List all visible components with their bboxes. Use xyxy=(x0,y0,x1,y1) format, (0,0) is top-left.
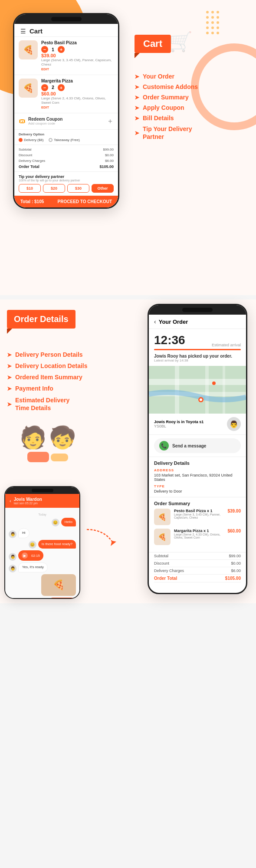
status-text: Jowis Rooy has picked up your order. xyxy=(154,354,241,358)
delivery-phone-mockup: ‹ Your Order 12:36 Estimated arrival Jow… xyxy=(148,304,247,594)
menu-item-apply-coupon[interactable]: ➤ Apply Coupon xyxy=(135,104,247,111)
delivery-charges-val: $6.00 xyxy=(105,159,114,163)
cart-screen-title: Cart xyxy=(30,27,43,35)
delivery-radio[interactable]: Delivery ($8) xyxy=(19,138,43,142)
svg-rect-18 xyxy=(175,366,179,414)
menu-label-1: Your Order xyxy=(143,73,174,80)
order-item2-desc: Large (Serve 2, 4.33 CM), Onions, Olives… xyxy=(174,533,224,539)
item1-details: Pesto Basil Pizza − 1 + $39.00 Large (Se… xyxy=(41,40,114,71)
svg-point-12 xyxy=(206,32,209,34)
redeem-add-icon[interactable]: ＋ xyxy=(107,117,114,126)
svg-point-9 xyxy=(206,26,209,29)
cart-info-panel: Cart 🛒 ➤ Your Order ➤ Customise Addons ➤… xyxy=(135,35,247,144)
order-item1-name: Pesto Basil Pizza x 1 xyxy=(174,509,224,513)
item2-plus-btn[interactable]: + xyxy=(58,84,65,91)
menu-item-your-order[interactable]: ➤ Your Order xyxy=(135,73,247,80)
svg-rect-16 xyxy=(149,379,246,385)
svg-point-5 xyxy=(217,16,219,19)
address-label: ADDRESS xyxy=(154,468,241,472)
item2-edit-btn[interactable]: EDIT xyxy=(41,105,114,109)
avatar-self: 😊 xyxy=(52,519,59,526)
section-order-details: Order Details ➤ Delivery Person Details … xyxy=(0,299,256,603)
bill-total-row: Order Total $105.00 xyxy=(19,164,114,170)
order-item1-price: $39.00 xyxy=(227,509,241,525)
svg-rect-20 xyxy=(223,366,225,414)
svg-point-10 xyxy=(211,26,214,29)
send-message-btn[interactable]: 📞 Send a message xyxy=(154,438,241,453)
takeaway-radio[interactable]: Takeaway (Free) xyxy=(49,138,80,142)
checkout-bar[interactable]: Total : $105 PROCEED TO CHECKOUT xyxy=(14,196,118,207)
dp-bottom-spacer xyxy=(149,586,246,593)
cart-header: ☰ Cart xyxy=(14,24,118,37)
chat-body: Today Hello 😊 👨 Hi Is there food ready? … xyxy=(5,508,79,599)
dp-total-val: $105.00 xyxy=(225,576,241,581)
item1-minus-btn[interactable]: − xyxy=(41,46,48,53)
dp-discount-val: $0.00 xyxy=(231,561,241,566)
order-item2-name: Margarita Pizza x 1 xyxy=(174,529,224,533)
menu-item-tip-delivery[interactable]: ➤ Tip Your DeliveryPartner xyxy=(135,125,247,141)
chat-msg-food-ready: Is there food ready? 😊 xyxy=(9,540,76,549)
arrow-icon-3: ➤ xyxy=(135,94,139,101)
section-cart: ☰ Cart 🍕 Pesto Basil Pizza − 1 + $39.00 … xyxy=(0,0,256,295)
dp-subtotal-label: Subtotal xyxy=(154,554,168,558)
order-label-4: Payment Info xyxy=(15,385,53,392)
tip-btn-10[interactable]: $10 xyxy=(19,184,41,193)
svg-point-2 xyxy=(217,11,219,13)
menu-item-customise[interactable]: ➤ Customise Addons xyxy=(135,83,247,90)
driver-name: Jowis Rooy is in Toyota s1 xyxy=(154,420,223,424)
order-item2-info: Margarita Pizza x 1 Large (Serve 2, 4.33… xyxy=(174,529,224,545)
order-label-5: Estimated DeliveryTime Details xyxy=(15,396,69,412)
tip-btn-20[interactable]: $20 xyxy=(43,184,65,193)
svg-rect-19 xyxy=(205,366,209,414)
order-item2-img: 🍕 xyxy=(154,529,171,545)
item2-details: Margerita Pizza − 2 + $60.00 Large (Serv… xyxy=(41,79,114,109)
bill-table: Subtotal $99.00 Discount $0.00 Delivery … xyxy=(14,145,118,172)
item1-price: $39.00 xyxy=(41,53,114,58)
back-icon[interactable]: ‹ xyxy=(154,318,156,325)
order-arrow-4: ➤ xyxy=(7,385,12,392)
order-menu-payment[interactable]: ➤ Payment Info xyxy=(7,385,89,392)
order-menu-item-summary[interactable]: ➤ Ordered Item Summary xyxy=(7,374,89,381)
item1-plus-btn[interactable]: + xyxy=(58,46,65,53)
order-menu-person[interactable]: ➤ Delivery Person Details xyxy=(7,351,89,358)
order-menu-location[interactable]: ➤ Delivery Location Details xyxy=(7,362,89,369)
svg-point-23 xyxy=(212,381,216,385)
item2-minus-btn[interactable]: − xyxy=(41,84,48,91)
svg-point-4 xyxy=(211,16,214,19)
dp-bill-table: Subtotal $99.00 Discount $0.00 Delivery … xyxy=(149,552,246,586)
delivery-option-label: Delivery Option xyxy=(19,132,114,136)
order-item-1: 🍕 Pesto Basil Pizza x 1 Large (Serve 3, … xyxy=(154,509,241,525)
arrow-icon-1: ➤ xyxy=(135,73,139,80)
chat-date: Today xyxy=(9,513,76,516)
dp-delivery-row: Delivery Charges $6.00 xyxy=(154,567,241,575)
radio-off-icon xyxy=(49,138,53,142)
type-label: TYPE xyxy=(154,484,241,488)
order-item1-img: 🍕 xyxy=(154,509,171,525)
avatar-self-3: 😊 xyxy=(39,598,47,599)
driver-plate: YS0BL xyxy=(154,424,223,428)
food-image-preview: 🍕 xyxy=(41,574,76,596)
checkout-btn[interactable]: PROCEED TO CHECKOUT xyxy=(58,199,112,204)
tip-btn-30[interactable]: $30 xyxy=(67,184,89,193)
tip-btn-other[interactable]: Other xyxy=(92,184,114,193)
tip-subtitle: 100% of the tip will go to your delivery… xyxy=(19,179,114,182)
audio-play-btn[interactable]: ▶ xyxy=(22,552,28,559)
dp-delivery-label: Delivery Charges xyxy=(154,569,184,573)
phone-icon: 📞 xyxy=(159,441,169,450)
discount-val: $0.00 xyxy=(105,153,114,157)
menu-item-order-summary[interactable]: ➤ Order Summary xyxy=(135,94,247,101)
item1-edit-btn[interactable]: EDIT xyxy=(41,67,114,71)
redeem-coupon-row[interactable]: 🎟 Redeem Coupon Add coupon code ＋ xyxy=(14,113,118,130)
coupon-icon: 🎟 xyxy=(19,117,26,125)
arrow-icon-2: ➤ xyxy=(135,84,139,90)
discount-label: Discount xyxy=(19,153,32,157)
chat-back-icon[interactable]: ‹ xyxy=(10,498,11,503)
item2-name: Margerita Pizza xyxy=(41,79,114,83)
menu-item-bill-details[interactable]: ➤ Bill Details xyxy=(135,115,247,122)
bubble-thanks: Otay, Thanks xyxy=(49,598,76,599)
delivery-opt2-label: Takeaway (Free) xyxy=(54,138,80,142)
cart-item-2: 🍕 Margerita Pizza − 2 + $60.00 Large (Se… xyxy=(14,75,118,113)
order-menu-est-delivery[interactable]: ➤ Estimated DeliveryTime Details xyxy=(7,396,89,412)
item2-price: $60.00 xyxy=(41,91,114,96)
hamburger-icon[interactable]: ☰ xyxy=(20,28,26,35)
